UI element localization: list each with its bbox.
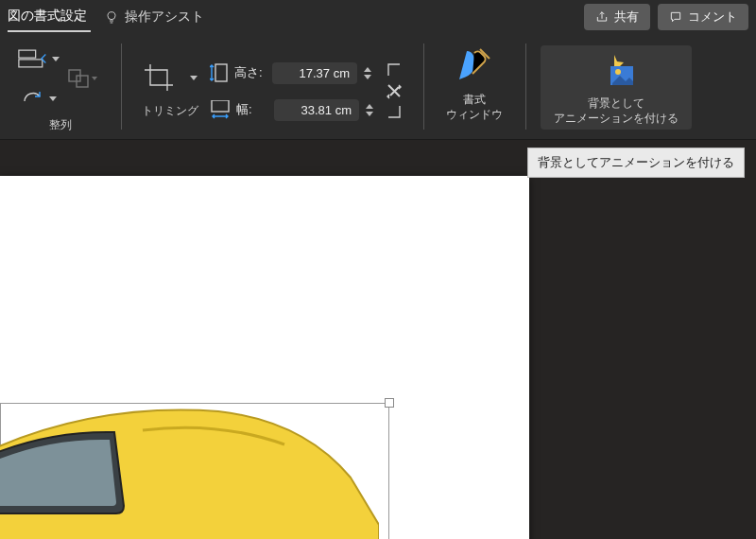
corner-tl-icon <box>387 63 401 77</box>
format-pane-label-1: 書式 <box>446 93 503 108</box>
group-arrange: 整列 <box>0 34 121 139</box>
svg-rect-6 <box>212 100 229 112</box>
comment-icon <box>669 10 682 24</box>
width-input[interactable]: 33.81 cm <box>274 99 359 121</box>
animate-bg-icon <box>595 51 637 89</box>
lock-aspect-toggle[interactable] <box>386 82 403 99</box>
svg-point-0 <box>108 12 115 20</box>
crop-icon <box>143 62 179 95</box>
tooltip: 背景としてアニメーションを付ける <box>527 148 745 178</box>
animate-as-background-button[interactable]: 背景として アニメーションを付ける <box>541 45 692 130</box>
comment-button[interactable]: コメント <box>658 4 748 30</box>
animate-bg-label-2: アニメーションを付ける <box>554 112 679 127</box>
share-button[interactable]: 共有 <box>584 4 650 30</box>
share-label: 共有 <box>614 9 639 26</box>
width-icon <box>210 100 231 119</box>
format-pane-icon <box>454 47 495 85</box>
width-field-row: 幅: 33.81 cm <box>210 99 374 121</box>
align-menu[interactable] <box>18 42 60 76</box>
align-icon <box>18 48 48 69</box>
height-input[interactable]: 17.37 cm <box>272 62 357 84</box>
width-increment[interactable] <box>365 103 374 109</box>
height-field-row: 高さ: 17.37 cm <box>210 62 374 84</box>
tell-me-assist[interactable]: 操作アシスト <box>104 9 204 26</box>
height-decrement[interactable] <box>363 74 372 79</box>
tab-picture-format[interactable]: 図の書式設定 <box>8 2 91 32</box>
group-icon <box>67 68 92 89</box>
svg-point-8 <box>615 69 621 75</box>
width-decrement[interactable] <box>365 111 374 116</box>
svg-rect-1 <box>19 50 36 58</box>
format-pane-label-2: ウィンドウ <box>446 108 503 123</box>
image-selection-box[interactable] <box>0 403 389 539</box>
height-label: 高さ: <box>234 64 266 81</box>
resize-handle-top-right[interactable] <box>385 398 394 408</box>
svg-rect-2 <box>19 60 43 67</box>
lightbulb-icon <box>104 9 119 25</box>
height-increment[interactable] <box>363 66 372 72</box>
group-format-pane: 書式 ウィンドウ <box>423 34 525 139</box>
corner-br-icon <box>387 105 401 118</box>
group-size: トリミング 高さ: 17.37 cm 幅: 33.81 cm <box>121 34 423 139</box>
width-label: 幅: <box>236 101 268 118</box>
ribbon: 整列 トリミング 高さ: 17.37 cm <box>0 34 756 140</box>
document-page <box>0 176 529 539</box>
svg-rect-5 <box>215 64 227 81</box>
arrange-group-label: 整列 <box>49 118 72 133</box>
rotate-menu[interactable] <box>18 81 60 115</box>
rotate-icon <box>21 88 45 109</box>
share-icon <box>595 10 609 24</box>
height-icon <box>210 62 229 83</box>
top-bar: 図の書式設定 操作アシスト 共有 コメント <box>0 0 756 34</box>
topbar-right: 共有 コメント <box>584 4 748 30</box>
assist-label: 操作アシスト <box>125 9 204 26</box>
crop-label: トリミング <box>142 104 198 119</box>
animate-bg-label-1: 背景として <box>554 96 679 112</box>
comment-label: コメント <box>688 9 737 26</box>
crop-menu[interactable] <box>143 62 198 95</box>
group-objects[interactable] <box>61 61 103 96</box>
document-canvas[interactable] <box>0 140 756 539</box>
selected-image-car[interactable] <box>0 392 379 539</box>
group-animate-bg: 背景として アニメーションを付ける <box>525 34 707 139</box>
format-pane-button[interactable]: 書式 ウィンドウ <box>429 42 520 133</box>
